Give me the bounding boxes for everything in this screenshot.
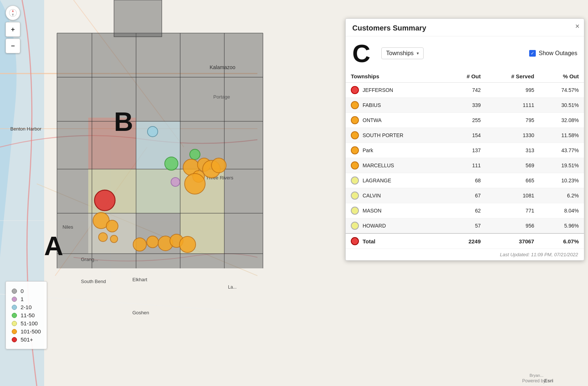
svg-rect-11 [136,121,180,169]
cell-pct: 5.96% [539,218,584,234]
svg-point-44 [190,149,200,160]
svg-text:Portage: Portage [213,94,230,100]
show-outages-control: ✓ Show Outages [529,50,577,57]
cell-out: 137 [447,143,486,158]
row-township-name: HOWARD [363,223,386,229]
svg-point-52 [93,212,109,229]
total-color-dot [351,237,359,245]
summary-panel: Customers Summary × C Townships ▾ ✓ Show… [345,18,584,261]
svg-line-9 [55,147,147,276]
legend-item-501plus: 501+ [12,336,41,343]
cell-pct: 19.51% [539,158,584,173]
cell-pct: 11.58% [539,128,584,143]
cell-served: 795 [486,113,539,128]
show-outages-checkbox[interactable]: ✓ [529,50,536,57]
zoom-out-button[interactable]: − [6,39,20,53]
cell-served: 1111 [486,98,539,113]
map-label-b: B [114,107,133,137]
table-row: JEFFERSON74299574.57% [346,83,584,98]
svg-point-49 [193,171,204,182]
svg-point-60 [179,236,196,253]
cell-out: 742 [447,83,486,98]
cell-served: 771 [486,203,539,218]
svg-point-59 [170,234,183,247]
legend-label-101-500: 101-500 [21,328,41,335]
cell-served: 313 [486,143,539,158]
total-out: 2249 [447,233,486,249]
legend-item-0: 0 [12,288,41,294]
townships-dropdown[interactable]: Townships ▾ [381,47,424,59]
svg-text:Goshen: Goshen [132,310,149,315]
legend-dot-501plus [12,337,17,342]
row-township-name: JEFFERSON [363,87,393,93]
col-header-out: # Out [447,70,486,83]
svg-text:Kalamazoo: Kalamazoo [210,64,235,70]
legend-label-501plus: 501+ [21,336,33,343]
cell-name: CALVIN [346,188,447,203]
cell-out: 339 [447,98,486,113]
cell-served: 1081 [486,188,539,203]
row-township-name: CALVIN [363,193,381,199]
svg-point-46 [197,158,211,171]
row-color-dot [351,86,359,94]
svg-text:La...: La... [228,285,236,290]
cell-out: 154 [447,128,486,143]
cell-out: 57 [447,218,486,234]
legend-dot-0 [12,289,17,294]
svg-point-47 [203,160,220,178]
row-color-dot [351,101,359,109]
legend-item-51-100: 51-100 [12,320,41,326]
table-header-row: Townships # Out # Served % Out [346,70,584,83]
svg-line-7 [37,184,257,276]
cell-pct: 10.23% [539,173,584,188]
svg-text:Esri: Esri [544,378,553,383]
cell-name: Park [346,143,447,158]
compass-button[interactable] [6,6,20,20]
cell-name: JEFFERSON [346,83,447,98]
svg-rect-30 [114,0,162,37]
cell-served: 1330 [486,128,539,143]
legend-label-11-50: 11-50 [21,312,35,318]
svg-point-54 [99,233,107,242]
svg-text:Benton Harbor: Benton Harbor [10,126,42,132]
panel-title: Customers Summary [352,24,577,32]
table-row: HOWARD579565.96% [346,218,584,234]
legend-dot-51-100 [12,321,17,326]
cell-pct: 32.08% [539,113,584,128]
row-color-dot [351,176,359,185]
table-row: FABIUS339111130.51% [346,98,584,113]
row-color-dot [351,207,359,215]
cell-out: 62 [447,203,486,218]
legend-dot-1 [12,297,17,302]
svg-point-51 [171,178,180,186]
row-township-name: FABIUS [363,102,381,108]
svg-text:Bryan...: Bryan... [530,373,544,378]
total-cell-name: Total [346,233,447,249]
cell-pct: 74.57% [539,83,584,98]
table-row: MARCELLUS11156919.51% [346,158,584,173]
zoom-in-button[interactable]: + [6,22,20,37]
legend-label-1: 1 [21,296,24,302]
row-color-dot [351,161,359,169]
row-color-dot [351,192,359,200]
panel-controls: C Townships ▾ ✓ Show Outages [346,36,584,70]
row-color-dot [351,222,359,230]
cell-served: 956 [486,218,539,234]
cell-name: MASON [346,203,447,218]
legend: 0 1 2-10 11-50 51-100 101-500 501+ [6,281,47,349]
svg-rect-15 [88,169,136,213]
cell-out: 68 [447,173,486,188]
table-scroll[interactable]: Townships # Out # Served % Out JEFFERSON… [346,70,584,249]
row-township-name: SOUTH PORTER [363,132,403,138]
svg-point-55 [110,235,118,243]
table-row: MASON627718.04% [346,203,584,218]
svg-point-53 [106,220,118,232]
col-header-townships: Townships [346,70,447,83]
table-row: Park13731343.77% [346,143,584,158]
col-header-pct: % Out [539,70,584,83]
table-row: ONTWA25579532.08% [346,113,584,128]
close-button[interactable]: × [575,22,580,30]
map-label-a: A [44,231,63,261]
svg-text:Elkhart: Elkhart [132,277,147,282]
total-row: Total2249370676.07% [346,233,584,249]
